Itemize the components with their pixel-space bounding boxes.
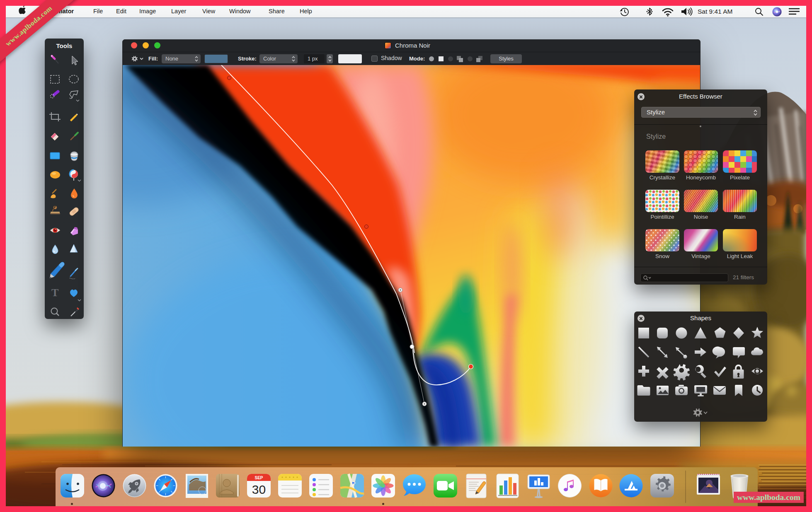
svg-text:T: T	[51, 287, 58, 299]
svg-text:SEP: SEP	[255, 476, 263, 480]
svg-text:30: 30	[252, 483, 266, 496]
